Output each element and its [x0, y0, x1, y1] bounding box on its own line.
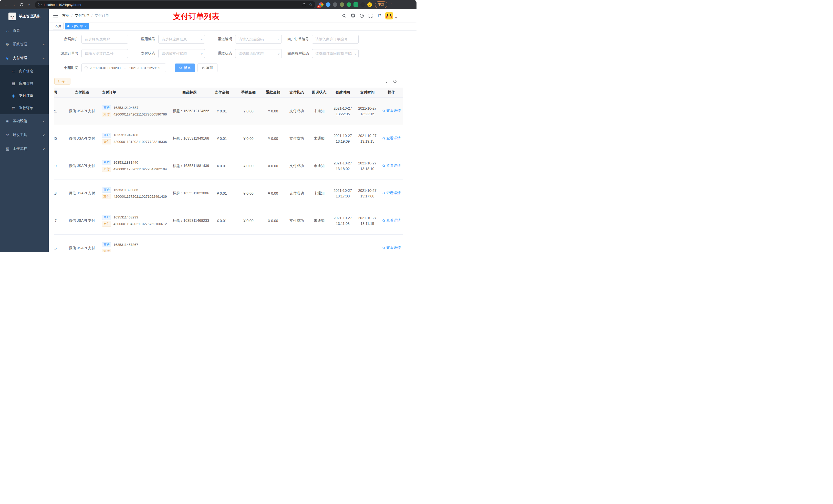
search-button[interactable]: 搜索 [175, 64, 195, 72]
input-channel-order-no[interactable] [81, 49, 128, 58]
fee-amount: ¥ 0.00 [244, 164, 254, 168]
help-icon[interactable] [360, 14, 364, 18]
sidebar-item-workflow[interactable]: ▧ 工作流程 ∨ [0, 142, 49, 156]
browser-menu-icon[interactable]: ⋮ [389, 3, 393, 7]
view-detail-link[interactable]: 查看详情 [382, 136, 401, 141]
sidebar-item-infrastructure[interactable]: ▣ 基础设施 ∨ [0, 114, 49, 128]
view-detail-link[interactable]: 查看详情 [382, 191, 401, 195]
filter-field-pay-status: 支付状态 ∨ [134, 49, 205, 58]
font-size-icon[interactable]: TT [377, 14, 381, 18]
reset-button[interactable]: 重置 [197, 64, 217, 72]
pay-status: 支付成功 [289, 218, 304, 222]
fee-amount: ¥ 0.00 [244, 137, 254, 141]
extension-icon[interactable] [326, 2, 330, 7]
sidebar-item-payment[interactable]: ¥ 支付管理 ∧ [0, 51, 49, 65]
home-button[interactable]: ⌂ [26, 1, 32, 8]
logo[interactable]: 芋道管理系统 [0, 9, 49, 24]
reload-button[interactable] [18, 1, 25, 8]
filter-field-notify-status: 回调商户状态 ∨ [287, 49, 359, 58]
export-button[interactable]: 导出 [54, 78, 70, 85]
sidebar-item-dev-tools[interactable]: ⚒ 研发工具 ∨ [0, 128, 49, 142]
address-bar[interactable]: i localhost:1024/pay/order ☆ [35, 1, 315, 8]
order-id: 117 [54, 219, 56, 223]
date-range-picker[interactable]: 2021-10-01 00:00:00 - 2021-10-31 23:59:5… [81, 64, 166, 72]
filter-row: 所属商户 应用编号 ∨ 渠道编码 ∨ 商户订单编号 [57, 35, 411, 44]
pay-time: 13:11:15 [356, 221, 379, 226]
column-header: 商品标题 [172, 88, 208, 97]
avatar[interactable] [385, 12, 393, 20]
filter-label: 退款状态 [211, 51, 235, 56]
extension-icon[interactable]: 10 [319, 2, 324, 7]
filter-field-create-time: 创建时间 2021-10-01 00:00:00 - 2021-10-31 23… [57, 64, 166, 72]
view-detail-link[interactable]: 查看详情 [382, 218, 401, 223]
tab-close-icon[interactable]: × [85, 25, 87, 28]
sidebar-item-home[interactable]: ⌂ 首页 [0, 24, 49, 38]
pay-time: 13:18:10 [356, 166, 379, 172]
merchant-icon: ▭ [11, 69, 16, 73]
select-notify-status[interactable] [312, 49, 359, 58]
notify-status: 未通知 [314, 218, 325, 222]
tab-home[interactable]: 首页 × [53, 23, 64, 29]
chevron-down-icon[interactable]: ∨ [395, 16, 398, 19]
merchant-tag: 商户 [102, 105, 111, 111]
logo-title: 芋道管理系统 [19, 14, 40, 19]
workflow-icon: ▧ [5, 146, 10, 151]
pay-status: 支付成功 [289, 109, 304, 113]
site-info-icon[interactable]: i [38, 3, 42, 6]
sidebar-item-app-info[interactable]: ▦ 应用信息 [0, 77, 49, 90]
back-button[interactable]: ← [3, 1, 9, 8]
forward-button[interactable]: → [10, 1, 17, 8]
browser-update-button[interactable]: 更新 [375, 1, 387, 8]
pay-tag: 支付 [102, 167, 111, 172]
extension-icon[interactable] [360, 2, 365, 7]
extension-icon[interactable]: ☺ [367, 2, 372, 7]
github-icon[interactable] [351, 13, 355, 18]
chevron-down-icon: ∨ [42, 134, 45, 137]
create-time: 13:17:03 [331, 193, 354, 199]
sidebar-item-system[interactable]: ⚙ 系统管理 ∨ [0, 38, 49, 51]
view-detail-link[interactable]: 查看详情 [382, 163, 401, 168]
search-icon[interactable] [342, 14, 346, 18]
column-header: 支付金额 [208, 88, 236, 97]
tab-pay-order[interactable]: 支付订单 × [65, 23, 89, 29]
refund-amount: ¥ 0.00 [268, 164, 278, 168]
select-pay-status[interactable] [158, 49, 205, 58]
sidebar-item-refund-order[interactable]: ▤ 退款订单 [0, 102, 49, 114]
sidebar-item-merchant-info[interactable]: ▭ 商户信息 [0, 65, 49, 77]
notify-status: 未通知 [314, 136, 325, 140]
channel-pay-no: 4200001167202110271022491439 [114, 195, 167, 198]
breadcrumb-item[interactable]: 支付管理 [75, 13, 89, 18]
breadcrumb-item[interactable]: 首页 [62, 13, 69, 18]
extensions-area: 10 ✓ ☺ [319, 2, 372, 7]
sidebar-item-pay-order[interactable]: ◉ 支付订单 [0, 90, 49, 102]
view-detail-link[interactable]: 查看详情 [382, 246, 401, 250]
pay-channel: 微信 JSAPI 支付 [69, 246, 95, 250]
pay-tag: 支付 [102, 249, 111, 252]
select-refund-status[interactable] [235, 49, 282, 58]
view-detail-link[interactable]: 查看详情 [382, 109, 401, 113]
search-toggle-icon[interactable] [383, 79, 387, 83]
share-icon[interactable] [302, 3, 306, 6]
hamburger-icon[interactable] [53, 14, 58, 18]
extension-icon[interactable] [333, 2, 337, 7]
column-header: 操作 [380, 88, 403, 97]
input-merchant[interactable] [81, 35, 128, 44]
extension-icon[interactable] [354, 2, 358, 7]
table-row: 117 微信 JSAPI 支付 商户 1635311468233 支付 4200… [54, 207, 403, 234]
extension-icon[interactable] [340, 2, 344, 7]
create-time: 13:11:08 [331, 221, 354, 226]
product-title: 标题：1635311949168 [173, 136, 209, 140]
input-merchant-order-no[interactable] [312, 35, 359, 44]
filter-field-refund-status: 退款状态 ∨ [211, 49, 282, 58]
pay-channel: 微信 JSAPI 支付 [69, 164, 95, 168]
select-app-no[interactable] [158, 35, 205, 44]
select-channel-code[interactable] [235, 35, 282, 44]
bookmark-star-icon[interactable]: ☆ [309, 3, 312, 7]
extension-icon[interactable]: ✓ [347, 2, 351, 7]
refresh-icon[interactable] [393, 79, 397, 83]
pay-date: 2021-10-27 [356, 133, 379, 139]
navbar: 首页/支付管理/支付订单 支付订单列表 TT [49, 9, 416, 22]
channel-pay-no: 4200001173202110272847982104 [114, 167, 167, 171]
fullscreen-icon[interactable] [368, 14, 373, 18]
refund-order-icon: ▤ [11, 106, 16, 111]
